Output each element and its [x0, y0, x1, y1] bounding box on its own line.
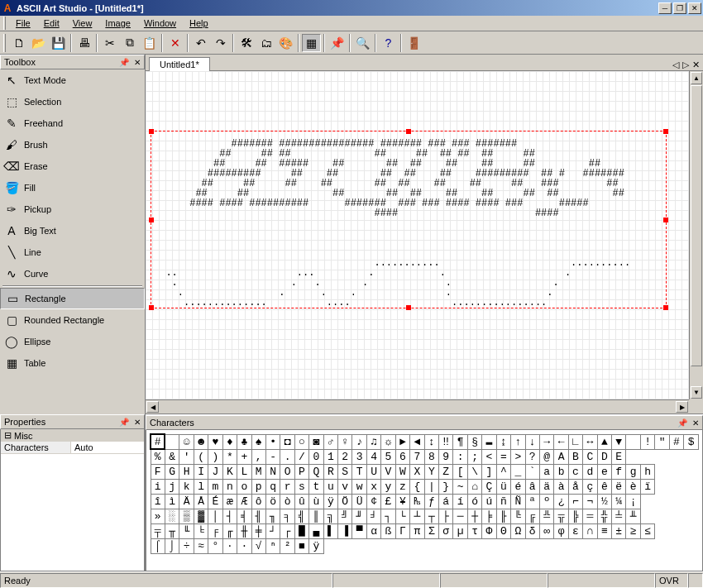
char-cell[interactable]: █ [294, 523, 308, 538]
char-cell[interactable]: ▬ [482, 434, 496, 449]
menu-grip[interactable] [3, 17, 6, 30]
char-cell[interactable]: ╧ [612, 509, 626, 523]
scroll-left-icon[interactable]: ◀ [146, 401, 159, 413]
scrollbar-horizontal[interactable]: ◀ ▶ [146, 399, 689, 414]
char-cell[interactable]: R [323, 464, 337, 479]
properties-category[interactable]: ⊟Misc [1, 429, 144, 442]
char-cell[interactable]: ┌ [280, 523, 294, 538]
char-cell[interactable]: H [179, 464, 194, 479]
char-cell[interactable]: ∩ [583, 523, 597, 538]
char-cell[interactable]: ─ [453, 509, 467, 523]
char-cell[interactable]: ╓ [222, 523, 237, 538]
undo-button[interactable]: ↶ [191, 34, 210, 52]
char-cell[interactable]: 4 [366, 449, 380, 464]
toolbox-pin-icon[interactable]: 📌 [119, 58, 129, 67]
char-cell[interactable]: ± [612, 523, 626, 538]
char-cell[interactable]: I [194, 464, 208, 479]
toolbox-item-text-mode[interactable]: ↖Text Mode [0, 69, 145, 91]
char-cell[interactable]: Ñ [511, 494, 525, 509]
char-cell[interactable]: | [424, 479, 438, 494]
char-cell[interactable]: • [265, 434, 280, 449]
char-cell[interactable]: á [439, 494, 453, 509]
print-button[interactable]: 🖶 [74, 34, 93, 52]
char-cell[interactable]: ¶ [453, 434, 467, 449]
tab-close-icon[interactable]: ✕ [692, 60, 700, 70]
char-cell[interactable]: α [366, 523, 380, 538]
char-cell[interactable]: G [165, 464, 179, 479]
char-cell[interactable]: ┐ [381, 509, 395, 523]
char-cell[interactable]: ~ [453, 479, 467, 494]
zoom-button[interactable]: 🔍 [353, 34, 372, 52]
char-cell[interactable]: ª [525, 494, 539, 509]
char-cell[interactable]: é [511, 479, 525, 494]
char-cell[interactable]: ┬ [424, 509, 438, 523]
canvas[interactable]: ####### ################ ####### ### ###… [146, 71, 703, 414]
new-button[interactable]: 🗋 [9, 34, 28, 52]
handle-n[interactable] [406, 129, 411, 134]
char-cell[interactable]: ä [539, 479, 553, 494]
char-cell[interactable]: ♪ [352, 434, 366, 449]
char-cell[interactable]: ║ [309, 509, 323, 523]
char-cell[interactable]: , [251, 449, 265, 464]
tools-button[interactable]: 🛠 [237, 34, 256, 52]
char-cell[interactable]: ♥ [208, 434, 222, 449]
char-cell[interactable]: ε [568, 523, 582, 538]
char-cell[interactable]: . [280, 449, 294, 464]
char-cell[interactable]: ; [467, 449, 481, 464]
char-cell[interactable]: Ω [511, 523, 525, 538]
cut-button[interactable]: ✂ [100, 34, 119, 52]
pin-button[interactable]: 📌 [328, 34, 347, 52]
char-cell[interactable]: ╩ [539, 509, 553, 523]
characters-close-icon[interactable]: ✕ [692, 418, 699, 428]
maximize-button[interactable]: ❐ [673, 2, 686, 14]
char-cell[interactable]: > [511, 449, 525, 464]
close-button[interactable]: ✕ [688, 2, 701, 14]
char-cell[interactable]: ² [280, 538, 294, 553]
char-cell[interactable]: ß [381, 523, 395, 538]
char-cell[interactable]: ° [208, 538, 222, 553]
char-cell[interactable]: Y [424, 464, 438, 479]
handle-nw[interactable] [149, 129, 154, 134]
char-cell[interactable]: B [568, 449, 582, 464]
paste-button[interactable]: 📋 [140, 34, 159, 52]
char-cell[interactable]: £ [381, 494, 395, 509]
menu-window[interactable]: Window [138, 17, 182, 30]
char-cell[interactable]: ♠ [251, 434, 265, 449]
toolbox-item-rectangle[interactable]: ▭Rectangle [0, 288, 145, 309]
char-cell[interactable]: â [525, 479, 539, 494]
toolbox-item-line[interactable]: ╲Line [0, 241, 145, 263]
char-cell[interactable]: ☼ [381, 434, 395, 449]
exit-button[interactable]: 🚪 [404, 34, 423, 52]
toolbox-item-table[interactable]: ▦Table [0, 352, 145, 374]
char-cell[interactable]: ╬ [597, 509, 611, 523]
char-cell[interactable]: W [395, 464, 409, 479]
char-cell[interactable]: ÷ [179, 538, 194, 553]
char-cell[interactable]: ╠ [568, 509, 582, 523]
char-cell[interactable]: ► [395, 434, 409, 449]
char-cell[interactable]: ü [496, 479, 510, 494]
char-cell[interactable]: ♦ [222, 434, 237, 449]
scroll-down-icon[interactable]: ▼ [691, 386, 702, 399]
char-cell[interactable]: ╤ [151, 523, 165, 538]
handle-s[interactable] [406, 305, 411, 310]
char-cell[interactable]: = [496, 449, 510, 464]
char-cell[interactable]: ▌ [323, 523, 337, 538]
char-cell[interactable]: D [597, 449, 611, 464]
char-cell[interactable]: ← [554, 434, 568, 449]
minimize-button[interactable]: ─ [658, 2, 672, 14]
toolbox-item-freehand[interactable]: ✎Freehand [0, 112, 145, 134]
char-cell[interactable]: < [482, 449, 496, 464]
char-cell[interactable]: ñ [496, 494, 510, 509]
toolbar-grip[interactable] [3, 34, 6, 52]
char-cell[interactable]: ╞ [482, 509, 496, 523]
char-cell[interactable]: Θ [496, 523, 510, 538]
char-cell[interactable]: F [151, 464, 165, 479]
char-cell[interactable]: c [568, 464, 582, 479]
layers-button[interactable]: 🗂 [256, 34, 275, 52]
char-cell[interactable]: ╝ [338, 509, 352, 523]
char-cell[interactable]: p [251, 479, 265, 494]
char-cell[interactable]: A [554, 449, 568, 464]
char-cell[interactable]: K [222, 464, 237, 479]
char-cell[interactable]: ╘ [194, 523, 208, 538]
char-cell[interactable]: ╟ [496, 509, 510, 523]
